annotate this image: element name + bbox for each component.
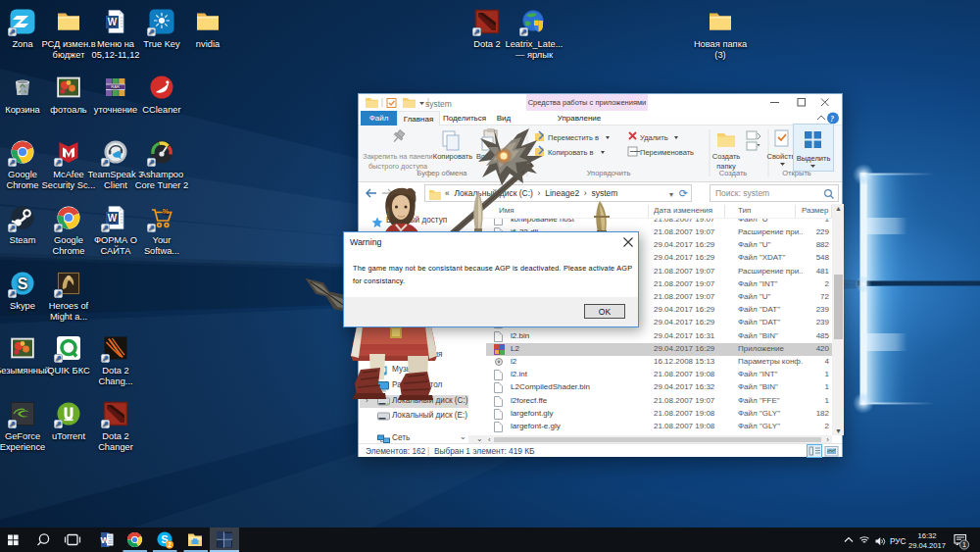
svg-text:?: ?: [830, 115, 834, 124]
svg-text:W: W: [108, 17, 118, 27]
svg-text:16:32: 16:32: [917, 531, 936, 540]
svg-text:%: %: [163, 207, 170, 216]
svg-text:РУС: РУС: [890, 536, 906, 546]
svg-text:29.04.2017: 29.04.2017: [908, 541, 946, 550]
svg-text:2: 2: [168, 541, 172, 548]
svg-text:RAR: RAR: [111, 84, 120, 89]
svg-text:W: W: [108, 213, 118, 224]
svg-text:W: W: [101, 534, 110, 545]
svg-text:Выделить: Выделить: [797, 154, 831, 163]
svg-text:S: S: [18, 276, 28, 292]
svg-text:1: 1: [962, 541, 966, 548]
